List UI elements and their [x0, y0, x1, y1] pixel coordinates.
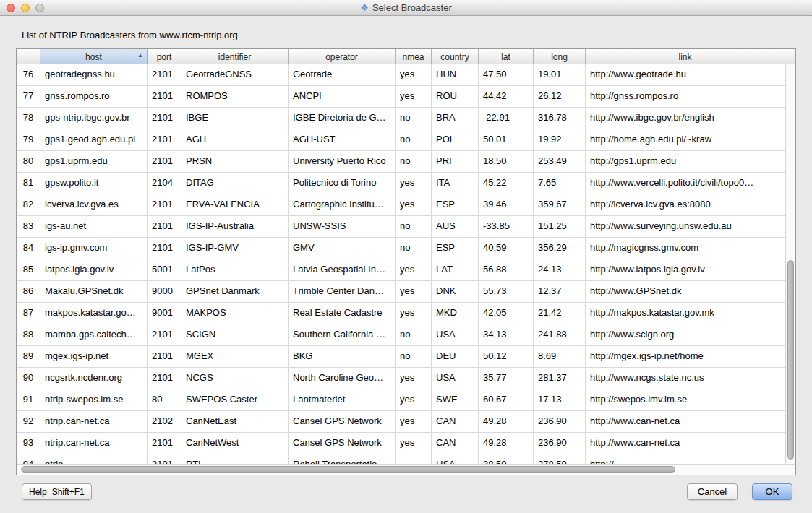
cell-nmea: no [396, 129, 432, 151]
column-header-operator[interactable]: operator [289, 49, 396, 64]
table-row[interactable]: 88mamba.gps.caltech…2101SCIGNSouthern Ca… [17, 324, 785, 346]
table-row[interactable]: 81gpsw.polito.it2104DITAGPolitecnico di … [17, 173, 785, 194]
cell-long: 356.29 [534, 238, 586, 259]
help-button[interactable]: Help=Shift+F1 [22, 483, 92, 500]
table-row[interactable]: 78gps-ntrip.ibge.gov.br2101IBGEIGBE Dire… [17, 108, 785, 129]
cell-nmea: yes [396, 259, 432, 281]
column-header-nmea[interactable]: nmea [396, 49, 432, 64]
table-row[interactable]: 76geotradegnss.hu2101GeotradeGNSSGeotrad… [17, 64, 785, 86]
cell-rownum: 80 [17, 151, 40, 173]
cell-long: 7.65 [534, 173, 586, 194]
cell-country: ESP [432, 238, 479, 259]
minimize-button[interactable] [21, 4, 30, 12]
cell-operator: University Puerto Rico [289, 151, 396, 173]
table-row[interactable]: 85latpos.lgia.gov.lv5001LatPosLatvia Geo… [17, 259, 785, 281]
cell-lat: 18.50 [479, 151, 534, 173]
cell-identifier: PRSN [181, 151, 289, 173]
cell-link: http://www.ibge.gov.br/english [586, 108, 785, 129]
cell-link: http://icverva.icv.gva.es:8080 [586, 194, 785, 216]
table-row[interactable]: 77gnss.rompos.ro2101ROMPOSANCPIyesROU44.… [17, 86, 785, 108]
cell-country: DNK [432, 281, 479, 303]
cell-operator: Rebell Transportatio… [289, 454, 396, 464]
zoom-button[interactable] [35, 4, 44, 12]
cell-identifier: GPSnet Danmark [181, 281, 289, 303]
cell-nmea: yes [396, 281, 432, 303]
cell-long: 17.13 [534, 389, 586, 411]
vertical-scrollbar-thumb[interactable] [787, 260, 794, 460]
cell-link: http://www.geotrade.hu [586, 64, 785, 86]
table-row[interactable]: 84igs-ip.gmv.com2101IGS-IP-GMVGMVnoESP40… [17, 238, 785, 259]
column-header-link[interactable]: link [586, 49, 785, 64]
column-header-host[interactable]: host▲ [40, 49, 148, 64]
cell-host: gps-ntrip.ibge.gov.br [40, 108, 148, 129]
cell-operator: North Caroline Geo… [289, 368, 396, 389]
table-row[interactable]: 90ncgsrtk.ncdenr.org2101NCGSNorth Caroli… [17, 368, 785, 389]
cell-identifier: IGS-IP-GMV [181, 238, 289, 259]
cell-port: 2101 [148, 108, 181, 129]
cell-link: http://www.scign.org [586, 324, 785, 346]
cell-port: 2101 [148, 64, 181, 86]
table-row[interactable]: 80gps1.uprm.edu2101PRSNUniversity Puerto… [17, 151, 785, 173]
sort-ascending-icon: ▲ [137, 53, 143, 59]
cell-host: igs-au.net [40, 216, 148, 238]
cell-link: http://… [586, 454, 785, 464]
table-row[interactable]: 91ntrip-swepos.lm.se80SWEPOS CasterLantm… [17, 389, 785, 411]
cell-nmea: yes [396, 433, 432, 454]
cell-operator: IGBE Diretoria de G… [289, 108, 396, 129]
vertical-scrollbar[interactable] [785, 64, 795, 464]
column-header-port[interactable]: port [148, 49, 181, 64]
cell-identifier: RTI… [181, 454, 289, 464]
cell-country: ROU [432, 86, 479, 108]
column-header-country[interactable]: country [432, 49, 479, 64]
cell-lat: 49.28 [479, 411, 534, 433]
cell-country: PRI [432, 151, 479, 173]
title-bar[interactable]: ❖ Select Broadcaster [0, 0, 812, 16]
cell-operator: Cartographic Institu… [289, 194, 396, 216]
cell-host: ntrip.can-net.ca [40, 411, 148, 433]
cell-host: gnss.rompos.ro [40, 86, 148, 108]
cell-lat: 55.73 [479, 281, 534, 303]
cell-long: 151.25 [534, 216, 586, 238]
cell-identifier: GeotradeGNSS [181, 64, 289, 86]
cell-link: http://makpos.katastar.gov.mk [586, 303, 785, 324]
cancel-button[interactable]: Cancel [687, 483, 738, 500]
cell-rownum: 93 [17, 433, 40, 454]
table-row[interactable]: 89mgex.igs-ip.net2101MGEXBKGnoDEU50.128.… [17, 346, 785, 368]
cell-host: igs-ip.gmv.com [40, 238, 148, 259]
table-row[interactable]: 79gps1.geod.agh.edu.pl2101AGHAGH-USTnoPO… [17, 129, 785, 151]
table-row[interactable]: 82icverva.icv.gva.es2101ERVA-VALENCIACar… [17, 194, 785, 216]
cell-port: 2101 [148, 194, 181, 216]
cell-rownum: 81 [17, 173, 40, 194]
table-row[interactable]: 94ntrip…2101RTI…Rebell Transportatio…USA… [17, 454, 785, 464]
cell-host: Makalu.GPSnet.dk [40, 281, 148, 303]
cell-operator: Trimble Center Dan… [289, 281, 396, 303]
column-header-lat[interactable]: lat [479, 49, 534, 64]
horizontal-scrollbar-thumb[interactable] [21, 466, 675, 473]
cell-nmea: yes [396, 303, 432, 324]
table-row[interactable]: 83igs-au.net2101IGS-IP-AustraliaUNSW-SSI… [17, 216, 785, 238]
column-header-label: link [678, 52, 691, 62]
cell-rownum: 89 [17, 346, 40, 368]
cell-nmea [396, 454, 432, 464]
column-header-rownum[interactable] [17, 49, 40, 64]
broadcaster-icon: ❖ [360, 3, 369, 12]
table-row[interactable]: 86Makalu.GPSnet.dk9000GPSnet DanmarkTrim… [17, 281, 785, 303]
cell-port: 2101 [148, 129, 181, 151]
cell-long: 19.92 [534, 129, 586, 151]
column-header-long[interactable]: long [534, 49, 586, 64]
cell-identifier: SCIGN [181, 324, 289, 346]
cell-link: http://www.surveying.unsw.edu.au [586, 216, 785, 238]
cell-operator: UNSW-SSIS [289, 216, 396, 238]
cell-long: 281.37 [534, 368, 586, 389]
close-button[interactable] [7, 4, 15, 12]
cell-host: ntrip.can-net.ca [40, 433, 148, 454]
ok-button[interactable]: OK [752, 483, 792, 500]
cell-long: 19.01 [534, 64, 586, 86]
table-row[interactable]: 87makpos.katastar.go…9001MAKPOSReal Esta… [17, 303, 785, 324]
column-header-identifier[interactable]: identifier [181, 49, 289, 64]
horizontal-scrollbar[interactable] [17, 464, 795, 475]
cell-port: 9001 [148, 303, 181, 324]
cell-nmea: yes [396, 411, 432, 433]
table-row[interactable]: 92ntrip.can-net.ca2102CanNetEastCansel G… [17, 411, 785, 433]
table-row[interactable]: 93ntrip.can-net.ca2101CanNetWestCansel G… [17, 433, 785, 454]
